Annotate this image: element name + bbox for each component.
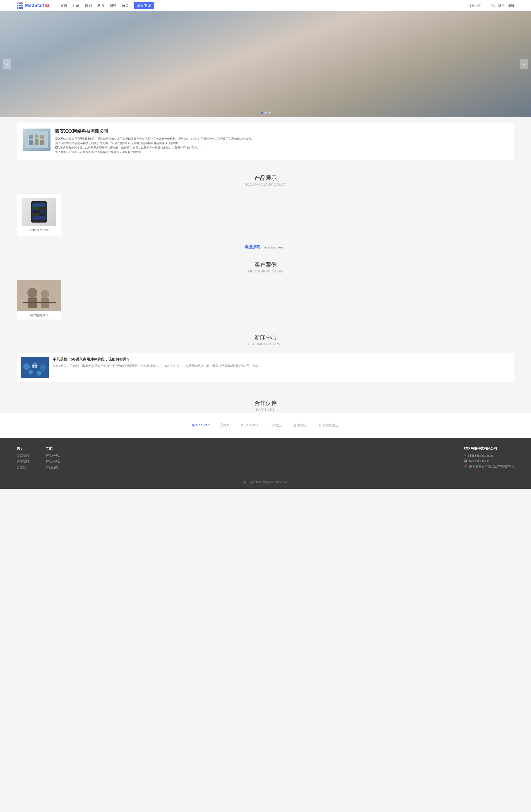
nav-item-cases[interactable]: 案例 xyxy=(85,2,92,9)
huawei-icon: ✿ xyxy=(241,423,243,427)
hero-dot-2[interactable] xyxy=(265,112,267,114)
partner-aliyun: ○ 阿里云 xyxy=(269,423,282,428)
case-card-name-1: 客户案例设计 xyxy=(17,311,61,320)
product-title: 产品展示 xyxy=(0,174,531,182)
watermark: 洪运源码 www.hycodes.cn xyxy=(0,242,531,252)
footer-link-custom[interactable]: 自定义 xyxy=(17,465,29,469)
case-svg xyxy=(17,280,61,311)
product-grid: Apple iPad Air xyxy=(0,188,531,242)
partner-mozhong: ∫ 魔众 xyxy=(221,423,229,428)
svg-rect-18 xyxy=(33,216,45,220)
modstart-icon: ⊞ xyxy=(192,423,195,427)
hero-image xyxy=(0,11,531,117)
footer-link-about[interactable]: 关于我们 xyxy=(17,460,29,464)
svg-point-3 xyxy=(34,134,39,138)
news-item-1[interactable]: 5G 不只是快！5G进入商用冲刺阶段，该如何布局？ 当前8月份，工信部、国家发改… xyxy=(17,353,514,382)
footer-company-title: XXX网络科技有限公司 xyxy=(464,446,514,451)
footer-col-about: 关于 联系我们 关于我们 自定义 xyxy=(17,446,29,471)
footer-col-nav: 导航 产品分类1 产品分类2 产品动态 xyxy=(46,446,60,471)
phone-icon: ☎ xyxy=(464,459,468,463)
footer-link-product-news[interactable]: 产品动态 xyxy=(46,465,60,469)
footer-contact-email: ✉ 3388888@qq.com xyxy=(464,454,514,457)
partner-baidu: ◈ 百度智能云 xyxy=(319,423,339,428)
svg-rect-13 xyxy=(39,207,45,210)
nav-item-recruit[interactable]: 招聘 xyxy=(110,2,116,9)
hero-banner: ‹ › xyxy=(0,11,531,117)
svg-rect-26 xyxy=(23,302,56,303)
svg-point-24 xyxy=(41,290,49,299)
footer-col-company: XXX网络科技有限公司 ✉ 3388888@qq.com ☎ 021-88888… xyxy=(464,446,514,471)
hero-next-button[interactable]: › xyxy=(520,59,528,70)
news-item-body-1: 当前8月份，工信部、国家发改委联合印发《扩大和引导流通量三年行动计划2019-2… xyxy=(53,364,261,368)
footer-link-contact[interactable]: 联系我们 xyxy=(17,454,29,458)
hero-dot-3[interactable] xyxy=(268,112,271,114)
svg-point-31 xyxy=(28,370,33,375)
about-content: 西安XXX网络科技有限公司 XXX网络科技公司是于1888年为了通过试验评价技术… xyxy=(55,129,254,155)
svg-rect-12 xyxy=(33,207,39,210)
cases-section-title: 客户案例 RECOMMEND CASES xyxy=(0,252,531,274)
svg-rect-17 xyxy=(39,213,45,216)
svg-point-22 xyxy=(27,288,37,298)
news-title: 新闻中心 xyxy=(0,334,531,341)
svg-rect-15 xyxy=(39,210,45,213)
tencent-label: 腾讯云 xyxy=(297,423,307,428)
product-card-name-ipad: Apple iPad Air xyxy=(22,228,57,231)
news-section-title: 新闻中心 RECOMMEND NEWS xyxy=(0,325,531,347)
watermark-url: www.hycodes.cn xyxy=(264,246,287,249)
svg-rect-14 xyxy=(33,210,39,213)
footer-nav-title: 导航 xyxy=(46,446,60,451)
tencent-icon: ◎ xyxy=(294,423,296,427)
product-sub: RECOMMEND PRODUCT xyxy=(0,183,531,186)
news-list: 5G 不只是快！5G进入商用冲刺阶段，该如何布局？ 当前8月份，工信部、国家发改… xyxy=(0,347,531,391)
product-image-ipad xyxy=(22,198,56,226)
hero-background xyxy=(0,11,531,117)
about-card: 西安XXX网络科技有限公司 XXX网络科技公司是于1888年为了通过试验评价技术… xyxy=(17,123,514,160)
nav-item-news[interactable]: 新闻 xyxy=(97,2,104,9)
hero-dot-1[interactable] xyxy=(261,112,263,114)
svg-rect-21 xyxy=(17,280,61,311)
footer-link-product2[interactable]: 产品分类2 xyxy=(46,460,60,464)
navbar: ModStart 新 首页 产品 案例 新闻 招聘 留言 后台/扩展 🔍 登录 … xyxy=(0,0,531,11)
email-text: 3388888@qq.com xyxy=(468,454,493,457)
nav-item-message[interactable]: 留言 xyxy=(122,2,129,9)
nav-item-admin[interactable]: 后台/扩展 xyxy=(134,2,154,9)
cases-sub: RECOMMEND CASES xyxy=(0,270,531,273)
svg-point-5 xyxy=(40,135,44,139)
partners-title: 合作伙伴 xyxy=(0,399,531,407)
partners-logos: ⊞ ModStart ∫ 魔众 ✿ HUAWEI ○ 阿里云 ◎ 腾讯云 ◈ 百… xyxy=(0,418,531,432)
search-input[interactable] xyxy=(466,3,488,8)
phone-text: 021-88888888 xyxy=(469,459,489,463)
nav-item-product[interactable]: 产品 xyxy=(73,2,80,9)
news-svg: 5G xyxy=(21,357,49,378)
logo-text: ModStart xyxy=(25,3,44,8)
news-item-title-1: 不只是快！5G进入商用冲刺阶段，该如何布局？ xyxy=(53,357,261,362)
svg-text:5G: 5G xyxy=(32,364,38,369)
nav-item-home[interactable]: 首页 xyxy=(60,2,67,9)
aliyun-icon: ○ xyxy=(269,423,271,427)
product-card-ipad[interactable]: Apple iPad Air xyxy=(17,193,61,236)
watermark-brand: 洪运源码 xyxy=(244,245,260,249)
partner-modstart: ⊞ ModStart xyxy=(192,423,210,427)
baidu-label: 百度智能云 xyxy=(322,423,339,428)
copyright-text: 陕ICP备20000530号 ©modstart.com xyxy=(243,481,288,484)
modstart-label: ModStart xyxy=(196,423,210,427)
svg-rect-4 xyxy=(34,139,39,145)
about-body: XXX网络科技公司是于1888年为了通过试验评价技术的支援以提高产业技术而建立的… xyxy=(55,136,254,155)
logo[interactable]: ModStart 新 xyxy=(17,2,50,9)
about-image xyxy=(23,129,51,151)
baidu-icon: ◈ xyxy=(319,423,321,427)
footer-link-product1[interactable]: 产品分类1 xyxy=(46,454,60,458)
footer: 关于 联系我们 关于我们 自定义 导航 产品分类1 产品分类2 产品动态 XXX… xyxy=(0,438,531,489)
mozhong-label: 魔众 xyxy=(223,423,229,428)
search-icon[interactable]: 🔍 xyxy=(491,4,495,8)
register-button[interactable]: 注册 xyxy=(507,3,514,8)
login-button[interactable]: 登录 xyxy=(498,3,505,8)
svg-point-28 xyxy=(23,363,30,370)
cases-title: 客户案例 xyxy=(0,261,531,269)
svg-point-20 xyxy=(39,202,40,202)
news-sub: RECOMMEND NEWS xyxy=(0,343,531,346)
hero-prev-button[interactable]: ‹ xyxy=(3,59,11,70)
svg-rect-2 xyxy=(29,140,33,145)
case-card-1[interactable]: 客户案例设计 xyxy=(17,280,61,320)
footer-about-title: 关于 xyxy=(17,446,29,451)
